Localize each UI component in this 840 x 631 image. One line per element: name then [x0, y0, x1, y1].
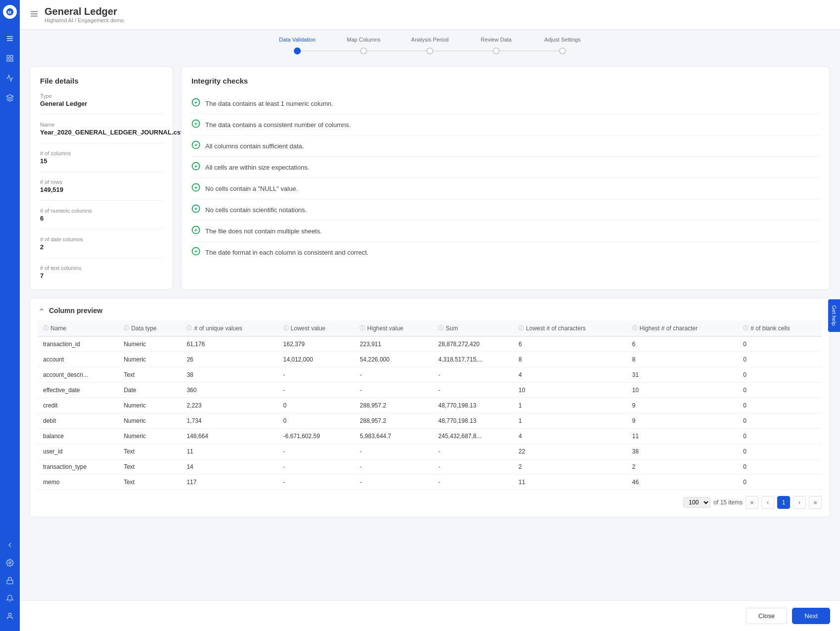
per-page-select[interactable]: 100 50 25: [683, 497, 710, 508]
detail-rows-value: 149,519: [40, 186, 163, 193]
cell-lowest-char: 10: [513, 383, 627, 398]
step-circle-3: [426, 47, 433, 54]
check-icon: [191, 225, 200, 236]
step-label-adjust-settings: Adjust Settings: [544, 37, 580, 43]
detail-date-columns: # of date columns 2: [40, 236, 163, 258]
integrity-check-text: The date format in each column is consis…: [205, 249, 369, 256]
detail-numeric-label: # of numeric columns: [40, 208, 163, 214]
cell-datatype: Numeric: [119, 398, 182, 413]
page-subtitle: Highwind AI / Engagement demo: [45, 17, 124, 23]
cell-highest-char: 9: [627, 413, 739, 429]
get-help-button[interactable]: Get help: [828, 299, 840, 332]
cell-lowest-char: 4: [513, 367, 627, 383]
integrity-check-text: The file does not contain multiple sheet…: [205, 227, 322, 235]
table-row: effective_date Date 360 - - - 10 10 0: [38, 383, 822, 398]
cell-unique: 117: [182, 475, 278, 490]
sidebar-item-home[interactable]: [2, 50, 18, 66]
cell-sum: -: [433, 383, 513, 398]
svg-point-12: [8, 613, 11, 616]
cell-name: balance: [38, 429, 119, 444]
cell-datatype: Numeric: [119, 413, 182, 429]
sidebar-item-back[interactable]: [2, 537, 18, 553]
step-label-map-columns: Map Columns: [347, 37, 380, 43]
table-row: transaction_type Text 14 - - - 2 2 0: [38, 459, 822, 475]
cell-highest-char: 31: [627, 367, 739, 383]
integrity-check-text: No cells contain scientific notations.: [205, 206, 307, 214]
cell-highest-val: 5,983,644.7: [355, 429, 433, 444]
sidebar-item-lock[interactable]: [2, 573, 18, 588]
integrity-title: Integrity checks: [191, 77, 820, 85]
next-page-button[interactable]: ›: [793, 496, 806, 509]
sidebar-item-bell[interactable]: [2, 590, 18, 606]
check-icon: [191, 183, 200, 194]
app-logo[interactable]: M: [3, 5, 17, 19]
next-button[interactable]: Next: [792, 608, 830, 624]
main-content: General Ledger Highwind AI / Engagement …: [20, 0, 840, 631]
detail-name-label: Name: [40, 122, 163, 128]
cell-highest-char: 6: [627, 336, 739, 352]
table-row: balance Numeric 148,664 -6,671,602.59 5,…: [38, 429, 822, 444]
cell-lowest-val: -: [279, 459, 355, 475]
svg-rect-7: [7, 59, 9, 61]
svg-point-10: [9, 562, 11, 564]
step-review-data[interactable]: Review Data: [493, 47, 500, 54]
sidebar-item-menu[interactable]: [2, 31, 18, 46]
cell-blank: 0: [738, 413, 822, 429]
collapse-button[interactable]: [38, 306, 45, 315]
cell-blank: 0: [738, 429, 822, 444]
cell-highest-char: 8: [627, 352, 739, 367]
sidebar-item-user[interactable]: [2, 608, 18, 624]
cell-blank: 0: [738, 352, 822, 367]
cell-lowest-char: 2: [513, 459, 627, 475]
integrity-check-text: No cells contain a "NULL" value.: [205, 185, 298, 192]
step-map-columns[interactable]: Map Columns: [360, 47, 367, 54]
sidebar-item-settings[interactable]: [2, 555, 18, 571]
integrity-check-text: All cells are within size expectations.: [205, 164, 309, 171]
last-page-button[interactable]: »: [809, 496, 822, 509]
cell-unique: 360: [182, 383, 278, 398]
cell-lowest-val: -6,671,602.59: [279, 429, 355, 444]
step-adjust-settings[interactable]: Adjust Settings: [559, 47, 566, 54]
cell-highest-val: 223,911: [355, 336, 433, 352]
svg-rect-8: [10, 59, 13, 61]
integrity-check-row: All columns contain sufficient data.: [191, 135, 820, 157]
col-header-unique: # of unique values: [194, 325, 242, 332]
step-analysis-period[interactable]: Analysis Period: [426, 47, 433, 54]
col-info-lowestchar: ⓘ: [518, 324, 524, 332]
col-info-blank: ⓘ: [743, 324, 748, 332]
step-line-2: [367, 50, 426, 51]
cell-name: transaction_id: [38, 336, 119, 352]
cell-highest-char: 2: [627, 459, 739, 475]
table-wrapper: ⓘName ⓘData type ⓘ# of unique values ⓘLo…: [38, 320, 822, 490]
cell-highest-val: 288,957.2: [355, 413, 433, 429]
prev-page-button[interactable]: ‹: [761, 496, 774, 509]
col-info-unique: ⓘ: [187, 324, 192, 332]
sidebar-item-chart[interactable]: [2, 70, 18, 86]
table-row: transaction_id Numeric 61,176 162,379 22…: [38, 336, 822, 352]
svg-rect-11: [7, 580, 13, 584]
current-page-button[interactable]: 1: [777, 496, 790, 509]
preview-title: Column preview: [49, 307, 102, 315]
cell-datatype: Numeric: [119, 352, 182, 367]
col-info-sum: ⓘ: [438, 324, 444, 332]
hamburger-icon[interactable]: [30, 9, 39, 20]
cell-unique: 61,176: [182, 336, 278, 352]
step-data-validation[interactable]: Data Validation: [294, 47, 301, 54]
wizard-steps: Data Validation Map Columns Analysis Per…: [294, 47, 566, 54]
first-page-button[interactable]: «: [746, 496, 758, 509]
cell-name: credit: [38, 398, 119, 413]
sidebar-item-layers[interactable]: [2, 90, 18, 106]
col-info-lowest: ⓘ: [283, 324, 289, 332]
integrity-card: Integrity checks The data contains at le…: [181, 66, 830, 290]
cell-lowest-char: 1: [513, 398, 627, 413]
cell-datatype: Date: [119, 383, 182, 398]
cell-datatype: Numeric: [119, 336, 182, 352]
close-button[interactable]: Close: [746, 608, 787, 624]
cell-name: account_descri...: [38, 367, 119, 383]
cell-datatype: Text: [119, 459, 182, 475]
cell-unique: 38: [182, 367, 278, 383]
detail-type-value: General Ledger: [40, 100, 163, 107]
col-header-blank: # of blank cells: [750, 325, 790, 332]
cell-unique: 11: [182, 444, 278, 459]
pagination: 100 50 25 of 15 items « ‹ 1 › »: [38, 496, 822, 509]
